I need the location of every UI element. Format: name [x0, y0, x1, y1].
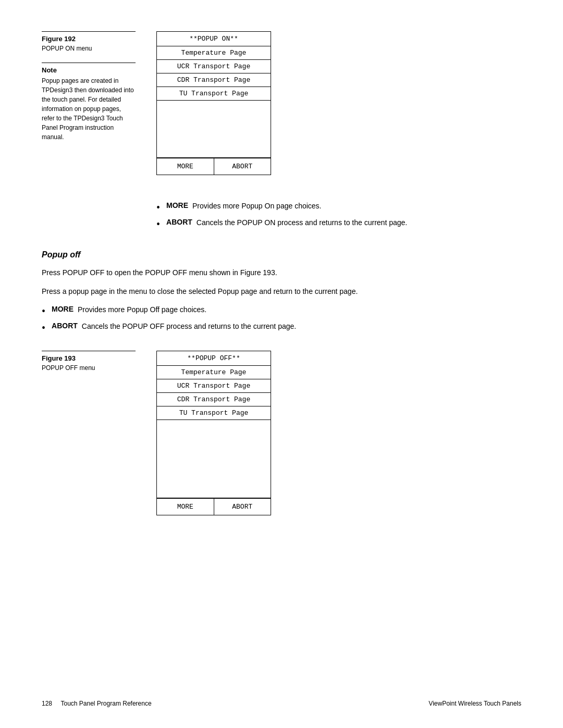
menu-193-buttons-row: MORE ABORT — [157, 498, 271, 515]
menu-192-buttons-row: MORE ABORT — [157, 158, 271, 175]
bullet-192-abort-term: ABORT — [166, 218, 192, 226]
bullet-off-more-term: MORE — [52, 305, 74, 313]
bullet-192-abort: • ABORT Cancels the POPUP ON process and… — [156, 218, 521, 230]
menu-193-more-button[interactable]: MORE — [157, 499, 214, 515]
figure-192-caption: POPUP ON menu — [42, 45, 136, 52]
figure-193-label: Figure 193 — [42, 351, 136, 362]
popup-off-section: Popup off Press POPUP OFF to open the PO… — [42, 245, 521, 338]
figure-193-content: **POPUP OFF** Temperature Page UCR Trans… — [156, 351, 271, 515]
bullets-192-section: • MORE Provides more Popup On page choic… — [156, 201, 521, 235]
menu-193-abort-button[interactable]: ABORT — [214, 499, 271, 515]
page-number: 128 — [42, 700, 52, 707]
menu-192-item-4[interactable]: TU Transport Page — [157, 87, 271, 101]
figure-192-label: Figure 192 — [42, 31, 136, 43]
menu-193-item-1[interactable]: Temperature Page — [157, 366, 271, 379]
menu-193-item-2[interactable]: UCR Transport Page — [157, 379, 271, 393]
footer-left: 128 Touch Panel Program Reference — [42, 700, 152, 707]
bullet-192-more: • MORE Provides more Popup On page choic… — [156, 201, 521, 214]
menu-192-item-3[interactable]: CDR Transport Page — [157, 73, 271, 87]
menu-193-spacer — [157, 420, 271, 498]
popup-off-para2: Press a popup page in the menu to close … — [42, 286, 521, 297]
footer-title: Touch Panel Program Reference — [60, 700, 151, 707]
page-footer: 128 Touch Panel Program Reference ViewPo… — [42, 700, 521, 707]
bullet-off-abort: • ABORT Cancels the POPUP OFF process an… — [42, 322, 521, 334]
bullet-off-abort-desc: Cancels the POPUP OFF process and return… — [82, 322, 296, 332]
bullet-dot-2: • — [156, 218, 160, 230]
popup-off-heading: Popup off — [42, 250, 521, 260]
popup-off-para1: Press POPUP OFF to open the POPUP OFF me… — [42, 267, 521, 278]
figure-193-sidebar: Figure 193 POPUP OFF menu — [42, 351, 136, 515]
figure-192-content: **POPUP ON** Temperature Page UCR Transp… — [156, 31, 271, 175]
figure-193-caption: POPUP OFF menu — [42, 364, 136, 372]
popup-on-menu: **POPUP ON** Temperature Page UCR Transp… — [156, 31, 271, 175]
bullet-dot-3: • — [42, 305, 45, 317]
menu-192-more-button[interactable]: MORE — [157, 158, 214, 175]
menu-193-item-3[interactable]: CDR Transport Page — [157, 393, 271, 406]
menu-192-item-1[interactable]: Temperature Page — [157, 46, 271, 60]
menu-192-abort-button[interactable]: ABORT — [214, 158, 271, 175]
bullet-192-more-term: MORE — [166, 201, 188, 209]
bullet-off-more: • MORE Provides more Popup Off page choi… — [42, 305, 521, 317]
bullet-off-more-desc: Provides more Popup Off page choices. — [78, 305, 206, 315]
menu-193-title: **POPUP OFF** — [157, 351, 271, 366]
menu-192-spacer — [157, 101, 271, 158]
menu-192-title: **POPUP ON** — [157, 32, 271, 46]
note-label: Note — [42, 63, 136, 74]
bullet-off-abort-term: ABORT — [52, 322, 78, 330]
figure-192-section: Figure 192 POPUP ON menu Note Popup page… — [42, 31, 521, 175]
menu-193-item-4[interactable]: TU Transport Page — [157, 406, 271, 420]
bullet-dot-1: • — [156, 201, 160, 214]
figure-192-sidebar: Figure 192 POPUP ON menu Note Popup page… — [42, 31, 136, 175]
note-text: Popup pages are created in TPDesign3 the… — [42, 76, 136, 142]
figure-193-section: Figure 193 POPUP OFF menu **POPUP OFF** … — [42, 351, 521, 515]
popup-off-menu: **POPUP OFF** Temperature Page UCR Trans… — [156, 351, 271, 515]
bullet-dot-4: • — [42, 322, 45, 334]
page-container: Figure 192 POPUP ON menu Note Popup page… — [0, 0, 563, 728]
bullet-192-more-desc: Provides more Popup On page choices. — [192, 201, 321, 212]
menu-192-item-2[interactable]: UCR Transport Page — [157, 60, 271, 73]
footer-right: ViewPoint Wireless Touch Panels — [429, 700, 521, 707]
bullet-192-abort-desc: Cancels the POPUP ON process and returns… — [197, 218, 407, 228]
